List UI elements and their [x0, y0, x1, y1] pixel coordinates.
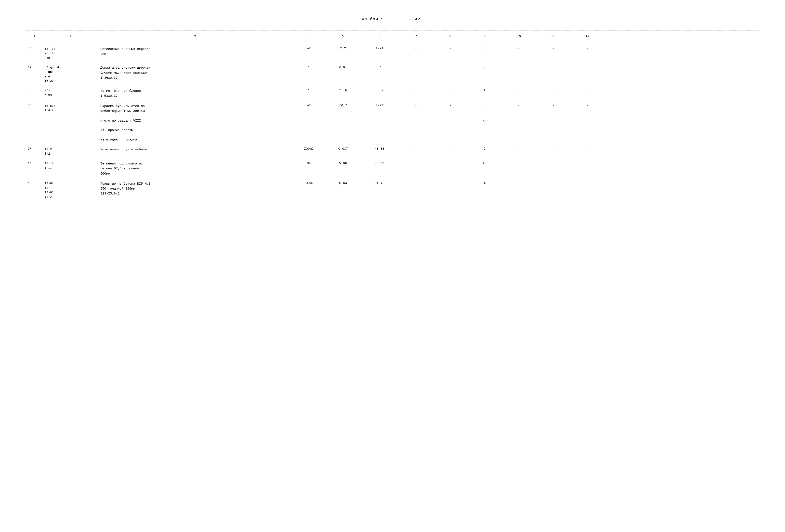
row-col9: 3	[467, 46, 502, 51]
row-col12: -	[571, 88, 605, 93]
section-row-a: а) входная площадка	[26, 135, 759, 145]
row-col8: -	[433, 181, 467, 185]
row-col10: -	[502, 103, 536, 108]
row-unit: "	[292, 88, 326, 93]
row-col9: 4	[467, 103, 502, 108]
page-number: -342-	[409, 17, 423, 21]
row-desc: Остекление оконных перепле- тов	[99, 46, 292, 57]
col-6: 6	[360, 34, 399, 39]
col-4: 4	[292, 34, 326, 39]
row-num: 69	[26, 181, 43, 185]
row-col10: -	[502, 161, 536, 165]
section-blank1	[26, 140, 43, 140]
row-num: 65	[26, 88, 43, 93]
page-header: Альбом 5 -342-	[26, 17, 759, 21]
row-col8: -	[433, 46, 467, 51]
col-11: II	[536, 34, 571, 39]
row-col7: -	[399, 103, 433, 108]
section-blank1	[26, 130, 43, 131]
row-col11: -	[536, 161, 571, 165]
row-col8: -	[433, 161, 467, 165]
table-row: 69 II-67 II-I II-68 II-2 Покрытие из бет…	[26, 179, 759, 202]
row-col11: -	[536, 46, 571, 51]
section-row-ix: IX. Прочие работы	[26, 126, 759, 135]
row-desc: Бетонная подготовка из бетона В7,5 толщи…	[99, 161, 292, 177]
row-col6: 0-57	[360, 88, 399, 93]
row-desc: То же, оконных блоков 1,53х0,37	[99, 88, 292, 99]
row-col11: -	[536, 65, 571, 70]
table-row: 64 об.доп.4 к цен т.ч. тб.20 Доплата за …	[26, 63, 759, 86]
row-unit: I00м2	[292, 181, 326, 185]
row-num: 63	[26, 46, 43, 51]
section-blank2	[43, 140, 99, 140]
col-5: 5	[326, 34, 360, 39]
row-num: 64	[26, 65, 43, 70]
row-num: 68	[26, 161, 43, 165]
col-3: 3	[99, 34, 292, 39]
col-2: 2	[43, 34, 99, 39]
row-desc: Окраска суриком стен по асбестоцементным…	[99, 103, 292, 114]
itogo-col9: 49	[467, 119, 502, 123]
row-num: 66	[26, 103, 43, 108]
column-headers: 1 2 3 4 5 6 7 8 9 IO II I2	[26, 34, 759, 41]
row-col7: -	[399, 147, 433, 151]
row-code: I5-705 20I-I- -35	[43, 46, 99, 61]
album-label: Альбом 5	[362, 17, 384, 21]
row-col7: -	[399, 161, 433, 165]
section-blank2	[43, 130, 99, 131]
row-unit: м2	[292, 103, 326, 108]
col-12: I2	[571, 34, 605, 39]
table-row: 66 I5-6I6 I64-2 Окраска суриком стен по …	[26, 101, 759, 117]
row-col5: 3,9I	[326, 65, 360, 70]
row-col5: 0,037	[326, 147, 360, 151]
table-row: 67 II-2 I-2 Уплотнение грунта щебнем I00…	[26, 145, 759, 159]
itogo-blank1	[26, 121, 43, 121]
row-col10: -	[502, 181, 536, 185]
row-col10: -	[502, 65, 536, 70]
row-code: I5-6I6 I64-2	[43, 103, 99, 113]
itogo-col7: -	[399, 119, 433, 123]
row-col10: -	[502, 46, 536, 51]
itogo-col11: -	[536, 119, 571, 123]
row-desc: Доплата за окраску дверных блоков маслян…	[99, 65, 292, 81]
col-1: 1	[26, 34, 43, 39]
row-col12: -	[571, 147, 605, 151]
itogo-col10: -	[502, 119, 536, 123]
top-rule	[26, 30, 759, 30]
col-8: 8	[433, 34, 467, 39]
col-7: 7	[399, 34, 433, 39]
row-col6: 0-50	[360, 65, 399, 70]
itogo-col5: -	[326, 119, 360, 123]
row-code: -"- п.99	[43, 88, 99, 98]
row-col12: -	[571, 65, 605, 70]
row-col6: 29-30	[360, 161, 399, 165]
row-col5: 0,65	[326, 161, 360, 165]
row-col7: -	[399, 181, 433, 185]
row-unit: м2	[292, 46, 326, 51]
row-num: 67	[26, 147, 43, 151]
row-code: II-II I-II	[43, 161, 99, 171]
row-col6: I-2I	[360, 46, 399, 51]
row-col11: -	[536, 88, 571, 93]
row-col5: 0,04	[326, 181, 360, 185]
row-col11: -	[536, 181, 571, 185]
row-col6: 43-30	[360, 147, 399, 151]
row-col8: -	[433, 147, 467, 151]
row-desc: Покрытие из бетона BI5 Мр3 I50 толщиной …	[99, 181, 292, 197]
row-unit: "	[292, 65, 326, 70]
itogo-col12: -	[571, 119, 605, 123]
itogo-col8: -	[433, 119, 467, 123]
row-col12: -	[571, 161, 605, 165]
row-col7: -	[399, 88, 433, 93]
row-col5: 2,2	[326, 46, 360, 51]
row-col9: I9	[467, 161, 502, 165]
section-ix-label: IX. Прочие работы	[99, 127, 292, 133]
col-10: IO	[502, 34, 536, 39]
row-col7: -	[399, 46, 433, 51]
itogo-row: Итого по разделу VIII - - - - 49 - - -	[26, 116, 759, 126]
row-unit: I00м2	[292, 147, 326, 151]
itogo-unit	[292, 121, 326, 121]
itogo-label: Итого по разделу VIII	[99, 118, 292, 124]
row-code: II-2 I-2	[43, 147, 99, 156]
row-code: об.доп.4 к цен т.ч. тб.20	[43, 65, 99, 84]
